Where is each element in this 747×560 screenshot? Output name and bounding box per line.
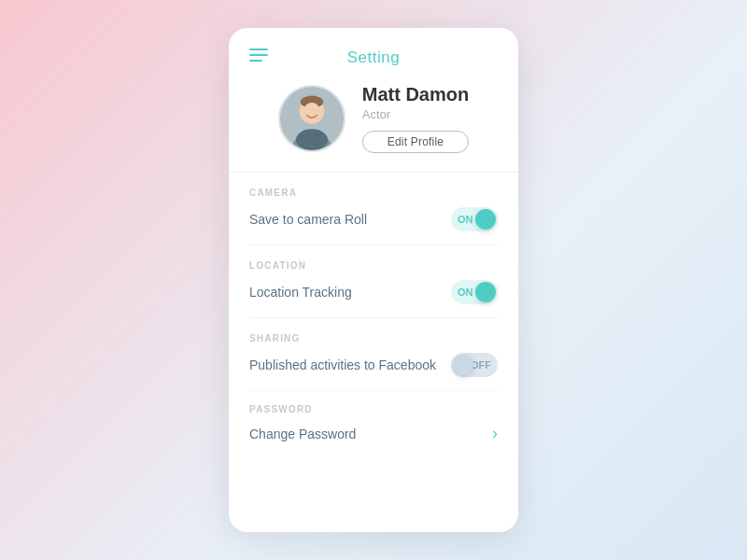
section-camera: CAMERA Save to camera Roll ON — [249, 173, 498, 245]
section-sharing: SHARING Published activities to Facebook… — [249, 318, 498, 390]
section-password: PASSWORD Change Password › — [249, 391, 498, 473]
toggle-label-location: ON — [458, 287, 473, 298]
toggle-thumb-location — [475, 282, 496, 302]
settings-card: Setting — [229, 28, 518, 532]
label-change-password: Change Password — [249, 427, 356, 441]
row-change-password[interactable]: Change Password › — [249, 424, 498, 456]
card-header: Setting — [229, 28, 518, 172]
section-label-password: PASSWORD — [249, 404, 498, 414]
toggle-track-location[interactable]: ON — [451, 280, 498, 304]
row-publish-facebook: Published activities to Facebook OFF — [249, 353, 498, 390]
menu-icon[interactable] — [249, 49, 268, 62]
section-label-sharing: SHARING — [249, 333, 498, 343]
settings-body: CAMERA Save to camera Roll ON LOCATION L… — [229, 173, 518, 532]
page-title: Setting — [249, 49, 498, 67]
toggle-thumb-sharing — [453, 355, 473, 375]
profile-name: Matt Damon — [362, 84, 469, 105]
toggle-thumb-camera — [475, 209, 496, 230]
label-save-camera-roll: Save to camera Roll — [249, 212, 367, 227]
edit-profile-button[interactable]: Edit Profile — [362, 131, 469, 153]
toggle-publish-facebook[interactable]: OFF — [451, 353, 498, 377]
profile-info: Matt Damon Actor Edit Profile — [362, 84, 469, 153]
label-publish-facebook: Published activities to Facebook — [249, 357, 436, 372]
section-location: LOCATION Location Tracking ON — [249, 245, 498, 317]
section-label-location: LOCATION — [249, 260, 498, 271]
toggle-track-sharing[interactable]: OFF — [451, 353, 498, 377]
avatar — [278, 85, 345, 152]
svg-point-5 — [303, 103, 320, 124]
row-save-camera-roll: Save to camera Roll ON — [249, 207, 498, 245]
toggle-save-camera-roll[interactable]: ON — [451, 207, 498, 231]
profile-role: Actor — [362, 107, 469, 121]
label-location-tracking: Location Tracking — [249, 285, 352, 300]
toggle-label-camera: ON — [458, 214, 473, 225]
toggle-location-tracking[interactable]: ON — [451, 280, 498, 304]
svg-point-6 — [296, 129, 328, 150]
row-location-tracking: Location Tracking ON — [249, 280, 498, 317]
toggle-track-camera[interactable]: ON — [451, 207, 498, 231]
avatar-image — [280, 85, 344, 152]
section-label-camera: CAMERA — [249, 188, 498, 198]
toggle-label-sharing: OFF — [471, 359, 491, 371]
profile-section: Matt Damon Actor Edit Profile — [258, 84, 489, 172]
chevron-right-icon: › — [492, 424, 498, 443]
